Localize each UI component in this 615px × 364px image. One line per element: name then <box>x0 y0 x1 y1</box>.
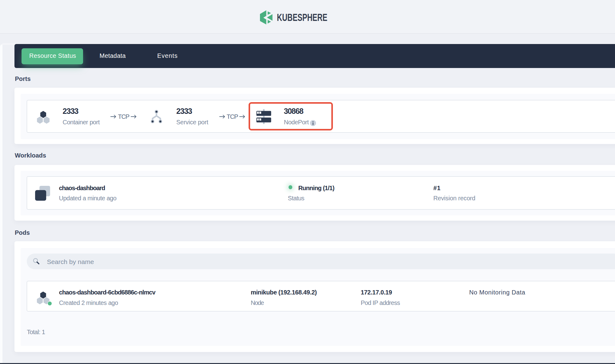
svg-text:KUBESPHERE: KUBESPHERE <box>277 12 327 23</box>
